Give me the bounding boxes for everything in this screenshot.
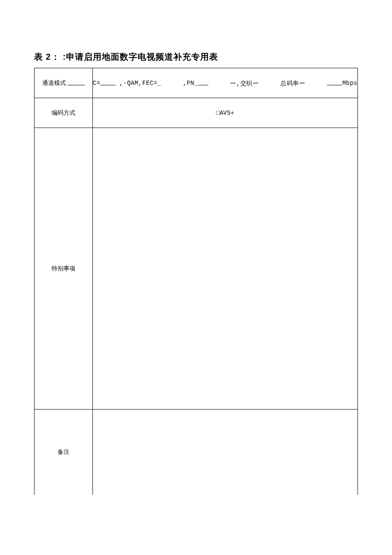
encoding-label-cell: 编码方式 xyxy=(35,98,93,128)
channel-mode-value-cell: C= ,-QAM,FEC=_ ,PN_ 一,交织一 总码率一 Mbps xyxy=(92,68,357,98)
encoding-value-cell: □AVS+ xyxy=(92,98,357,128)
unit-text: Mbps xyxy=(342,80,357,87)
blank-line xyxy=(327,78,342,85)
table-title: 表 2： :申请启用地面数字电视频道补充专用表 xyxy=(34,51,358,63)
blank-line xyxy=(100,78,115,85)
row-encoding: 编码方式 □AVS+ xyxy=(35,98,358,128)
c-prefix: C= xyxy=(93,80,101,87)
blank-line xyxy=(68,78,85,85)
special-label-cell: 特别事项 xyxy=(35,128,93,410)
channel-mode-label-cell: 通道模式 xyxy=(35,68,93,98)
remark-label-cell: 备注 xyxy=(35,410,93,495)
remark-value-cell xyxy=(92,410,357,495)
special-label: 特别事项 xyxy=(52,265,75,272)
rate-label: 总码率一 xyxy=(280,80,305,87)
row-remark: 备注 xyxy=(35,410,358,495)
blank-line xyxy=(198,78,208,85)
document-page: 表 2： :申请启用地面数字电视频道补充专用表 通道模式 C= ,-QAM,FE… xyxy=(0,0,392,555)
encoding-label: 编码方式 xyxy=(52,110,75,116)
qam-fec-text: ,-QAM,FEC=_ xyxy=(119,80,161,87)
remark-label: 备注 xyxy=(58,449,69,455)
row-special: 特别事项 xyxy=(35,128,358,410)
jiaozhi-text: 一,交织一 xyxy=(230,80,259,87)
pn-text: ,PN_ xyxy=(183,80,198,87)
channel-mode-label: 通道模式 xyxy=(42,80,66,87)
row-channel-mode: 通道模式 C= ,-QAM,FEC=_ ,PN_ 一,交织一 xyxy=(35,68,358,98)
special-value-cell xyxy=(92,128,357,410)
form-table: 通道模式 C= ,-QAM,FEC=_ ,PN_ 一,交织一 xyxy=(34,68,358,495)
encoding-value: □AVS+ xyxy=(216,110,234,116)
